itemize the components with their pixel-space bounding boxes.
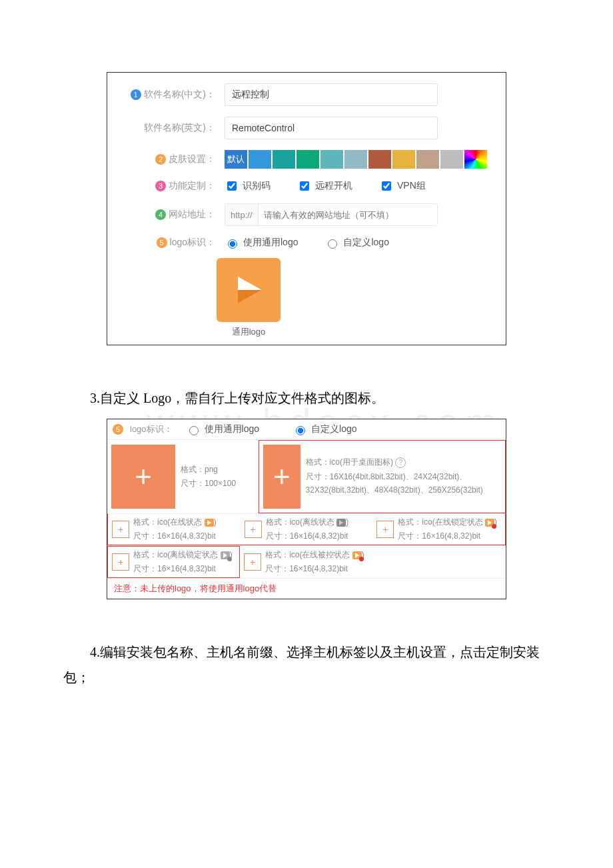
offline-lock-status-icon <box>221 551 230 559</box>
step-4-text: 4.编辑安装包名称、主机名前缀、选择主机标签以及主机设置，点击定制安装包； <box>63 639 550 690</box>
upload-online-lock: + 格式：ico(在线锁定状态 ) 尺寸：16×16(4,8,32)bit <box>372 514 505 545</box>
row-features: 3 功能定制： 识别码 远程开机 VPN组 <box>107 174 506 198</box>
label-text-features: 功能定制： <box>169 180 215 192</box>
online-lock-status-icon <box>485 519 494 527</box>
swatch-5[interactable] <box>344 150 367 169</box>
big-upload-row: + 格式：png 尺寸：100×100 + 格式：ico(用于桌面图标) ? 尺… <box>107 440 506 513</box>
label-text-en: 软件名称(英文)： <box>144 122 215 134</box>
swatch-2[interactable] <box>273 150 295 169</box>
upload-png: + 格式：png 尺寸：100×100 <box>107 440 259 513</box>
radio-custom-input-2[interactable] <box>296 426 305 435</box>
upload-offline: + 格式：ico(离线状态 ) 尺寸：16×16(4,8,32)bit <box>241 514 373 545</box>
input-software-cn[interactable] <box>225 83 438 106</box>
png-format: 格式：png <box>181 464 236 475</box>
panel2-header: 5 logo标识： 使用通用logo 自定义logo <box>107 419 506 440</box>
step-3-text: 3.自定义 Logo，需自行上传对应文件格式的图标。 <box>63 385 550 411</box>
swatch-4[interactable] <box>320 150 343 169</box>
small-row-2: + 格式：ico(离线锁定状态 ) 尺寸：16×16(4,8,32)bit + … <box>107 545 506 578</box>
label-features: 3 功能定制： <box>115 180 215 192</box>
offline-format: 格式：ico(离线状态 ) <box>266 517 349 528</box>
cb-idcode-label: 识别码 <box>243 180 271 192</box>
checkbox-remote-boot[interactable]: 远程开机 <box>297 179 352 193</box>
swatch-8[interactable] <box>416 150 439 169</box>
upload-offline-button[interactable]: + <box>245 521 262 538</box>
offline-size: 尺寸：16×16(4,8,32)bit <box>266 531 349 542</box>
cb-remote-label: 远程开机 <box>315 180 352 192</box>
online-size: 尺寸：16×16(4,8,32)bit <box>133 531 217 542</box>
online-ctrl-format: 格式：ico(在线被控状态 ) <box>265 549 364 561</box>
swatch-3[interactable] <box>297 150 319 169</box>
radio-custom-input[interactable] <box>328 239 337 249</box>
badge-1: 1 <box>131 89 141 100</box>
url-input[interactable] <box>259 210 437 220</box>
swatch-default[interactable]: 默认 <box>225 150 247 169</box>
logo-upload-panel: 5 logo标识： 使用通用logo 自定义logo + 格式：png 尺寸：1… <box>107 419 506 599</box>
online-ctrl-size: 尺寸：16×16(4,8,32)bit <box>265 563 364 575</box>
cb-vpn-input[interactable] <box>382 181 391 191</box>
online-lock-format: 格式：ico(在线锁定状态 ) <box>398 517 497 528</box>
online-ctrl-status-icon <box>352 551 362 559</box>
empty-cell <box>372 546 505 578</box>
row-skin: 2 皮肤设置： 默认 <box>107 145 506 174</box>
swatch-1[interactable] <box>249 150 271 169</box>
checkbox-vpn-group[interactable]: VPN组 <box>379 179 426 193</box>
upload-online-controlled: + 格式：ico(在线被控状态 ) 尺寸：16×16(4,8,32)bit <box>240 546 372 578</box>
upload-offline-lock-button[interactable]: + <box>112 553 129 571</box>
label-text-skin: 皮肤设置： <box>169 153 215 165</box>
url-field[interactable]: http:// <box>225 203 438 226</box>
online-status-icon <box>205 519 214 527</box>
cb-idcode-input[interactable] <box>227 181 237 191</box>
upload-ico-desktop-info: 格式：ico(用于桌面图标) ? 尺寸：16X16(4bit,8bit,32bi… <box>306 457 501 496</box>
online-format: 格式：ico(在线状态 ) <box>133 517 217 528</box>
common-logo-caption: 通用logo <box>217 326 281 338</box>
radio-common-label-2: 使用通用logo <box>205 423 259 435</box>
common-logo-preview: 通用logo <box>217 258 281 338</box>
radio-common-logo[interactable]: 使用通用logo <box>225 237 298 249</box>
cb-remote-input[interactable] <box>300 181 309 191</box>
row-software-name-en: 软件名称(英文)： <box>107 111 506 145</box>
row-logo: 5 logo标识： 使用通用logo 自定义logo <box>107 231 506 254</box>
badge-5b: 5 <box>113 424 123 435</box>
common-logo-icon <box>217 258 281 322</box>
upload-online-ctrl-button[interactable]: + <box>244 553 261 571</box>
png-size: 尺寸：100×100 <box>181 478 236 489</box>
ico-sizes: 尺寸：16X16(4bit,8bit,32bit)、24X24(32bit)、3… <box>306 471 501 496</box>
upload-ico-desktop: + 格式：ico(用于桌面图标) ? 尺寸：16X16(4bit,8bit,32… <box>259 440 506 513</box>
radio-common-input[interactable] <box>228 239 237 249</box>
play-icon <box>233 274 265 306</box>
radio-custom-logo[interactable]: 自定义logo <box>324 237 388 249</box>
radio-custom-logo-2[interactable]: 自定义logo <box>293 423 356 435</box>
radio-common-input-2[interactable] <box>189 426 199 435</box>
skin-swatches: 默认 <box>225 150 487 169</box>
input-software-en[interactable] <box>225 117 438 139</box>
help-icon[interactable]: ? <box>395 457 406 468</box>
label-text-website: 网站地址： <box>169 209 215 221</box>
svg-marker-1 <box>238 290 262 303</box>
upload-png-info: 格式：png 尺寸：100×100 <box>181 464 236 489</box>
cb-vpn-label: VPN组 <box>397 180 426 192</box>
radio-custom-label-2: 自定义logo <box>311 423 356 435</box>
upload-offline-lock: + 格式：ico(离线锁定状态 ) 尺寸：16×16(4,8,32)bit <box>107 546 240 578</box>
panel2-label: logo标识： <box>130 423 173 435</box>
label-software-en: 软件名称(英文)： <box>115 122 215 134</box>
radio-common-logo-2[interactable]: 使用通用logo <box>186 423 259 435</box>
checkbox-idcode[interactable]: 识别码 <box>225 179 271 193</box>
offline-status-icon <box>336 519 346 527</box>
offline-lock-format: 格式：ico(离线锁定状态 ) <box>133 549 233 561</box>
swatch-9[interactable] <box>440 150 463 169</box>
swatch-7[interactable] <box>392 150 415 169</box>
badge-4: 4 <box>155 209 166 220</box>
upload-ico-desktop-button[interactable]: + <box>263 445 300 509</box>
label-text-logo: logo标识： <box>170 237 215 249</box>
online-lock-size: 尺寸：16×16(4,8,32)bit <box>398 531 497 542</box>
config-panel: 1 软件名称(中文)： 软件名称(英文)： 2 皮肤设置： 默认 <box>107 72 506 345</box>
badge-2: 2 <box>155 154 166 165</box>
upload-png-button[interactable]: + <box>111 445 175 509</box>
small-row-1: + 格式：ico(在线状态 ) 尺寸：16×16(4,8,32)bit + 格式… <box>107 513 506 545</box>
swatch-6[interactable] <box>368 150 391 169</box>
label-text-cn: 软件名称(中文)： <box>144 89 215 101</box>
radio-custom-label: 自定义logo <box>343 237 388 249</box>
upload-online-lock-button[interactable]: + <box>376 521 394 538</box>
upload-online-button[interactable]: + <box>112 521 129 538</box>
swatch-custom-color[interactable] <box>464 150 487 169</box>
